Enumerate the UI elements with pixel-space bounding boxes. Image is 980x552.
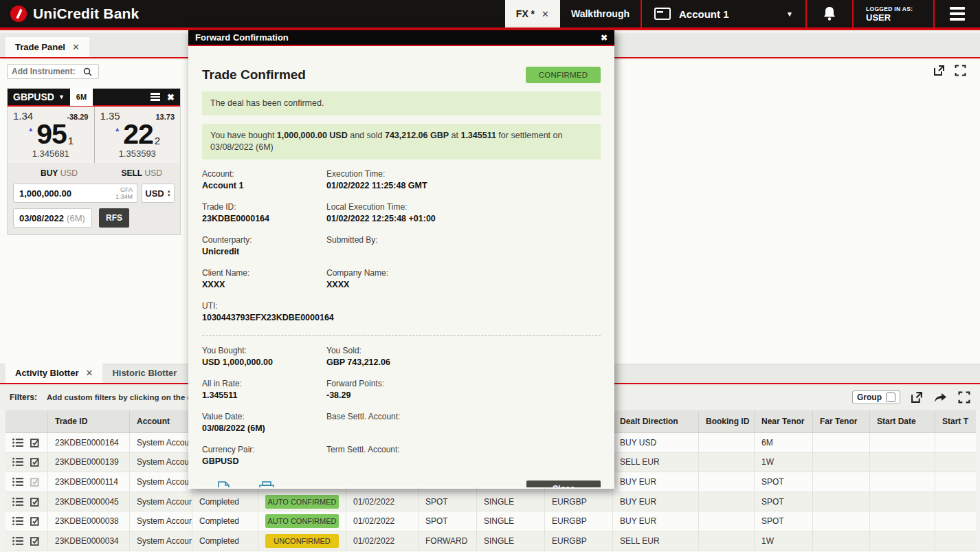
row-menu-icon[interactable]	[12, 477, 23, 487]
table-row[interactable]: 23KDBE0000034System AccountCompletedUNCO…	[5, 531, 976, 551]
tab-fx-close-icon[interactable]: ✕	[542, 9, 549, 19]
table-cell	[870, 472, 935, 492]
logged-in-user: USER	[866, 12, 921, 23]
trade-summary: You have bought 1,000,000.00 USD and sol…	[202, 124, 601, 159]
column-header[interactable]: Booking ID	[699, 410, 755, 432]
row-menu-icon[interactable]	[12, 516, 23, 526]
column-header[interactable]	[5, 410, 48, 432]
chevron-down-icon[interactable]: ▼	[58, 93, 65, 100]
modal-field: You Sold:GBP 743,212.06	[326, 346, 601, 367]
modal-field: Submitted By:	[326, 235, 601, 256]
widget-pair-dropdown[interactable]: GBPUSD	[13, 91, 54, 102]
table-cell: 6M	[755, 433, 813, 452]
confirm-check-icon[interactable]	[30, 497, 41, 507]
tab-historic-blotter-label: Historic Blotter	[112, 368, 177, 378]
fullscreen-icon[interactable]	[955, 65, 966, 76]
sell-label: SELL USD	[94, 168, 175, 178]
modal-field: Value Date:03/08/2022 (6M)	[202, 412, 326, 433]
column-header[interactable]: Account	[130, 410, 192, 432]
close-button[interactable]: Close	[526, 481, 601, 487]
print-icon[interactable]	[259, 481, 274, 487]
modal-close-icon[interactable]: ✖	[601, 33, 608, 43]
column-header[interactable]: Trade ID	[48, 410, 130, 432]
share-icon[interactable]	[933, 391, 948, 404]
fullscreen-icon[interactable]	[958, 391, 970, 404]
add-instrument-box[interactable]	[7, 64, 99, 79]
field-label: Submitted By:	[326, 235, 594, 245]
widget-tenor-tab[interactable]: 6M	[70, 88, 93, 106]
field-value: 1.345511	[202, 390, 320, 400]
amount-box[interactable]: GFA 1.34M	[13, 184, 137, 203]
widget-close-icon[interactable]: ✖	[166, 92, 180, 102]
group-toggle[interactable]: Group	[852, 390, 900, 404]
field-label: Base Settl. Account:	[326, 412, 594, 421]
confirm-check-icon[interactable]	[30, 536, 41, 546]
buy-price-tile[interactable]: 1.34 -38.29 ▲ 95 1 1.345681	[8, 107, 94, 163]
table-cell	[813, 472, 870, 492]
add-instrument-input[interactable]	[12, 67, 80, 76]
modal-fields-top: Account:Account 1Execution Time:01/02/20…	[202, 169, 601, 334]
status-badge: UNCONFIRMED	[265, 534, 339, 548]
filters-hint: Add custom filters by clicking on the co…	[47, 393, 203, 401]
currency-select[interactable]: USD ▲▼	[142, 184, 175, 203]
tab-fx-label: FX *	[516, 8, 535, 19]
sell-pips: 22	[123, 120, 153, 148]
popout-icon[interactable]	[911, 391, 923, 404]
column-header[interactable]: Near Tenor	[755, 410, 813, 432]
table-row[interactable]: 23KDBE0000045System AccountCompletedAUTO…	[5, 492, 976, 512]
amount-input[interactable]	[14, 184, 96, 202]
column-header[interactable]: Far Tenor	[813, 410, 870, 432]
date-row: 03/08/2022 (6M) RFS	[8, 204, 180, 234]
table-cell	[699, 531, 755, 551]
field-value: 1030443793EFX23KDBE0000164	[202, 313, 594, 322]
account-label: Account 1	[679, 8, 729, 20]
tab-walkthrough[interactable]: Walkthrough	[560, 0, 641, 27]
stepper-icon: ▲▼	[167, 189, 171, 197]
tab-historic-blotter[interactable]: Historic Blotter	[102, 363, 186, 383]
row-menu-icon[interactable]	[12, 457, 23, 467]
table-cell: BUY EUR	[613, 472, 699, 492]
table-cell: SINGLE	[477, 492, 545, 511]
row-menu-icon[interactable]	[12, 497, 23, 507]
confirm-check-icon[interactable]	[30, 457, 41, 467]
table-cell: SELL EUR	[613, 531, 699, 551]
buy-tenth-pip: 1	[68, 135, 74, 146]
column-header[interactable]: Start T	[935, 410, 976, 432]
modal-field: Account:Account 1	[202, 169, 326, 190]
column-header[interactable]: Start Date	[870, 410, 935, 432]
rfs-button[interactable]: RFS	[99, 208, 129, 228]
confirm-check-icon[interactable]	[30, 477, 41, 487]
tab-activity-blotter-close-icon[interactable]: ✕	[85, 368, 93, 378]
confirm-check-icon[interactable]	[30, 438, 41, 448]
tab-activity-blotter[interactable]: Activity Blotter ✕	[5, 363, 102, 383]
table-cell	[870, 433, 935, 452]
notifications-button[interactable]	[807, 0, 852, 27]
column-header[interactable]: Dealt Direction	[613, 410, 699, 432]
value-date-input[interactable]: 03/08/2022 (6M)	[13, 208, 92, 228]
modal-field: Counterparty:Unicredit	[202, 235, 326, 256]
widget-menu-icon[interactable]	[145, 93, 166, 101]
field-label: Currency Pair:	[202, 445, 320, 454]
field-value: 03/08/2022 (6M)	[202, 423, 320, 433]
sell-price-tile[interactable]: 1.35 13.73 ▲ 22 2 1.353593	[94, 107, 181, 163]
account-selector[interactable]: Account 1 ▼	[642, 0, 805, 27]
tab-fx[interactable]: FX * ✕	[505, 0, 560, 27]
field-label: Value Date:	[202, 412, 320, 421]
table-cell: 23KDBE0000045	[48, 492, 130, 511]
table-cell: 1W	[755, 531, 813, 551]
row-actions-cell	[5, 531, 48, 551]
row-menu-icon[interactable]	[12, 536, 23, 546]
tab-trade-panel[interactable]: Trade Panel ✕	[5, 37, 89, 57]
main-menu-button[interactable]	[935, 0, 980, 27]
tab-trade-panel-close-icon[interactable]: ✕	[72, 42, 80, 52]
tab-activity-blotter-label: Activity Blotter	[15, 368, 78, 378]
confirm-check-icon[interactable]	[30, 516, 41, 526]
row-menu-icon[interactable]	[12, 438, 23, 448]
buy-sell-labels: BUY USD SELL USD	[8, 163, 180, 181]
group-checkbox[interactable]	[886, 393, 895, 402]
popout-icon[interactable]	[933, 65, 945, 76]
table-cell: SELL EUR	[613, 453, 699, 472]
document-icon[interactable]	[217, 481, 230, 487]
field-label: All in Rate:	[202, 379, 320, 388]
table-row[interactable]: 23KDBE0000038System AccountCompletedAUTO…	[5, 511, 976, 531]
